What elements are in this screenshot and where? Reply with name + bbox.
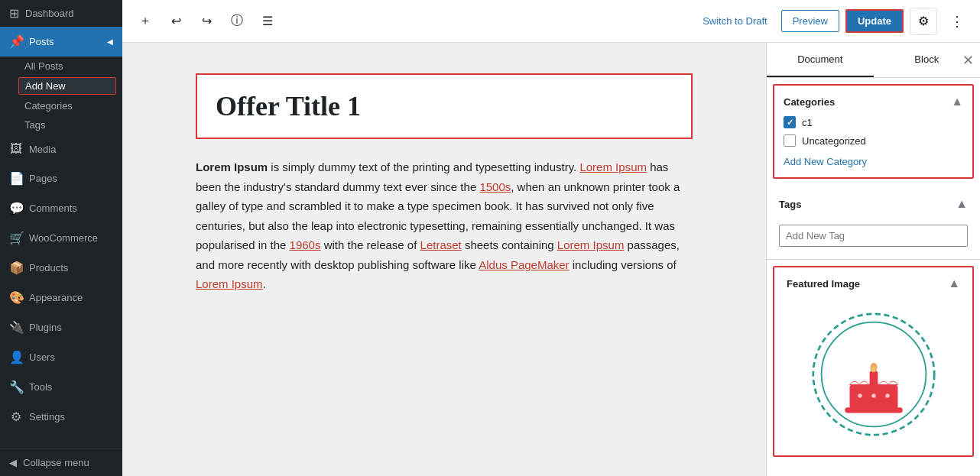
posts-icon: 📌 (9, 34, 23, 49)
1500s-link[interactable]: 1500s (479, 180, 511, 193)
more-options-button[interactable]: ⋮ (943, 8, 971, 35)
svg-point-8 (871, 393, 875, 397)
category-uncategorized-label: Uncategorized (802, 135, 866, 147)
sidebar-item-tools[interactable]: 🔧 Tools (0, 372, 122, 402)
post-content[interactable]: Lorem Ipsum is simply dummy text of the … (196, 157, 693, 294)
sidebar-item-plugins[interactable]: 🔌 Plugins (0, 312, 122, 342)
featured-image-thumbnail[interactable] (805, 306, 943, 443)
add-new-category-link[interactable]: Add New Category (784, 156, 867, 167)
category-c1-label: c1 (802, 117, 813, 128)
settings-gear-button[interactable]: ⚙ (910, 8, 937, 35)
switch-to-draft-button[interactable]: Switch to Draft (695, 11, 775, 31)
toolbar: ＋ ↩ ↪ ⓘ ☰ Switch to Draft Preview Update… (122, 0, 980, 43)
post-title[interactable]: Offer Title 1 (216, 90, 673, 122)
category-c1-checkbox[interactable] (784, 116, 796, 128)
sidebar-item-settings[interactable]: ⚙ Settings (0, 402, 122, 432)
sidebar-item-products[interactable]: 📦 Products (0, 253, 122, 283)
featured-image-header: Featured Image ▲ (774, 267, 972, 300)
panel-close-button[interactable]: ✕ (962, 52, 974, 69)
letraset-link[interactable]: Letraset (420, 238, 462, 251)
tags-section: Tags ▲ (767, 185, 980, 260)
redo-button[interactable]: ↪ (193, 8, 220, 35)
editor[interactable]: Offer Title 1 Lorem Ipsum is simply dumm… (122, 43, 766, 476)
sidebar-item-all-posts[interactable]: All Posts (0, 57, 122, 76)
update-button[interactable]: Update (845, 9, 904, 33)
sidebar-item-tags[interactable]: Tags (0, 115, 122, 134)
woocommerce-icon: 🛒 (9, 231, 23, 245)
info-button[interactable]: ⓘ (223, 8, 251, 35)
featured-image-body[interactable] (774, 300, 972, 455)
svg-point-6 (871, 366, 875, 371)
sidebar-item-media[interactable]: 🖼 Media (0, 134, 122, 164)
sidebar: ⊞ Dashboard 📌 Posts ◀ All Posts Add New … (0, 0, 122, 476)
panel-tabs: Document Block ✕ (767, 43, 980, 78)
sidebar-item-appearance[interactable]: 🎨 Appearance (0, 283, 122, 312)
1960s-link[interactable]: 1960s (290, 238, 321, 251)
toolbar-right: Switch to Draft Preview Update ⚙ ⋮ (695, 8, 971, 35)
sidebar-item-categories[interactable]: Categories (0, 96, 122, 115)
add-block-button[interactable]: ＋ (131, 8, 159, 35)
list-view-button[interactable]: ☰ (254, 8, 281, 35)
main-area: ＋ ↩ ↪ ⓘ ☰ Switch to Draft Preview Update… (122, 0, 980, 476)
svg-point-7 (858, 393, 862, 397)
lorem-ipsum-link-2[interactable]: Lorem Ipsum (557, 238, 625, 251)
users-icon: 👤 (9, 350, 23, 364)
content-area: Offer Title 1 Lorem Ipsum is simply dumm… (122, 43, 980, 476)
lorem-ipsum-link-1[interactable]: Lorem Ipsum (579, 160, 647, 173)
tags-collapse-button[interactable]: ▲ (956, 197, 968, 211)
sidebar-item-pages[interactable]: 📄 Pages (0, 164, 122, 193)
categories-section: Categories ▲ c1 Uncategorized Add New Ca… (773, 84, 974, 179)
categories-header: Categories ▲ (784, 95, 963, 108)
aldus-pagemaker-link[interactable]: Aldus PageMaker (479, 258, 569, 271)
dashboard-icon: ⊞ (9, 6, 19, 21)
svg-rect-3 (845, 407, 903, 413)
settings-icon: ⚙ (9, 410, 23, 424)
right-panel: Document Block ✕ Categories ▲ c1 Uncateg… (766, 43, 980, 476)
svg-rect-4 (869, 371, 878, 387)
tags-header: Tags ▲ (779, 197, 968, 211)
undo-button[interactable]: ↩ (162, 8, 190, 35)
featured-image-section: Featured Image ▲ (773, 266, 974, 457)
products-icon: 📦 (9, 261, 23, 275)
categories-collapse-button[interactable]: ▲ (951, 95, 963, 108)
tags-title: Tags (779, 199, 801, 210)
category-item-uncategorized[interactable]: Uncategorized (784, 134, 963, 147)
sidebar-item-add-new[interactable]: Add New (18, 77, 116, 95)
comments-icon: 💬 (9, 201, 23, 215)
category-item-c1[interactable]: c1 (784, 116, 963, 128)
appearance-icon: 🎨 (9, 290, 23, 305)
sidebar-item-users[interactable]: 👤 Users (0, 342, 122, 372)
sidebar-item-dashboard[interactable]: ⊞ Dashboard (0, 0, 122, 27)
lorem-ipsum-link-3[interactable]: Lorem Ipsum (196, 277, 263, 290)
posts-arrow-icon: ◀ (107, 37, 113, 46)
preview-button[interactable]: Preview (781, 10, 839, 32)
lorem-ipsum-strong: Lorem Ipsum (196, 160, 268, 173)
collapse-menu-button[interactable]: ◀ Collapse menu (0, 448, 122, 476)
sidebar-item-woocommerce[interactable]: 🛒 WooCommerce (0, 223, 122, 253)
tools-icon: 🔧 (9, 380, 23, 394)
tags-input[interactable] (779, 225, 968, 247)
sidebar-item-comments[interactable]: 💬 Comments (0, 193, 122, 223)
featured-image-collapse-button[interactable]: ▲ (948, 277, 960, 290)
toolbar-left: ＋ ↩ ↪ ⓘ ☰ (131, 8, 692, 35)
plugins-icon: 🔌 (9, 320, 23, 335)
editor-inner: Offer Title 1 Lorem Ipsum is simply dumm… (196, 73, 693, 294)
collapse-icon: ◀ (9, 457, 17, 468)
featured-image-svg (805, 298, 943, 451)
sidebar-item-posts[interactable]: 📌 Posts ◀ (0, 27, 122, 57)
media-icon: 🖼 (9, 142, 23, 156)
featured-image-title: Featured Image (787, 278, 860, 290)
categories-title: Categories (784, 96, 835, 108)
post-title-block[interactable]: Offer Title 1 (196, 73, 693, 139)
tab-document[interactable]: Document (767, 43, 874, 77)
category-uncategorized-checkbox[interactable] (784, 134, 796, 147)
gear-icon: ⚙ (918, 14, 929, 28)
svg-point-9 (885, 393, 889, 397)
pages-icon: 📄 (9, 171, 23, 186)
